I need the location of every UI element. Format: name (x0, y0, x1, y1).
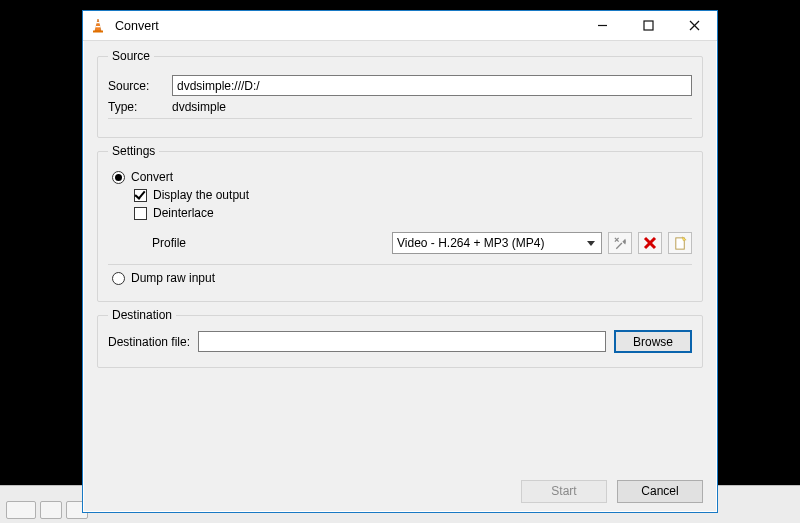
deinterlace-label: Deinterlace (153, 206, 214, 220)
svg-rect-2 (96, 26, 101, 27)
bg-tile (40, 501, 62, 519)
window-title: Convert (113, 19, 579, 33)
display-output-checkbox[interactable]: Display the output (134, 188, 692, 202)
source-label: Source: (108, 79, 164, 93)
vlc-cone-icon (83, 18, 113, 34)
divider (108, 264, 692, 265)
wrench-icon (613, 236, 628, 251)
maximize-button[interactable] (625, 11, 671, 41)
settings-group: Settings Convert Display the output Dein… (97, 144, 703, 302)
delete-profile-button[interactable] (638, 232, 662, 254)
chevron-down-icon (585, 237, 597, 249)
svg-rect-5 (644, 21, 653, 30)
source-group: Source Source: Type: dvdsimple (97, 49, 703, 138)
dump-raw-radio[interactable]: Dump raw input (112, 271, 692, 285)
profile-combobox[interactable]: Video - H.264 + MP3 (MP4) (392, 232, 602, 254)
cancel-button[interactable]: Cancel (617, 480, 703, 503)
cancel-button-label: Cancel (641, 484, 678, 498)
svg-marker-8 (587, 241, 595, 246)
start-button-label: Start (551, 484, 576, 498)
dump-raw-label: Dump raw input (131, 271, 215, 285)
checkbox-icon (134, 189, 147, 202)
checkbox-icon (134, 207, 147, 220)
svg-marker-0 (95, 19, 101, 31)
destination-file-label: Destination file: (108, 335, 190, 349)
profile-value: Video - H.264 + MP3 (MP4) (397, 236, 545, 250)
convert-radio-label: Convert (131, 170, 173, 184)
source-input[interactable] (172, 75, 692, 96)
browse-button-label: Browse (633, 335, 673, 349)
new-file-icon (673, 236, 688, 251)
radio-icon (112, 272, 125, 285)
source-legend: Source (108, 49, 154, 63)
titlebar: Convert (83, 11, 717, 41)
convert-dialog: Convert Source Source: Type: dvdsimple (82, 10, 718, 513)
edit-profile-button[interactable] (608, 232, 632, 254)
delete-x-icon (643, 236, 657, 250)
destination-group: Destination Destination file: Browse (97, 308, 703, 368)
bg-tile (6, 501, 36, 519)
profile-label: Profile (152, 236, 208, 250)
destination-legend: Destination (108, 308, 176, 322)
radio-icon (112, 171, 125, 184)
dialog-footer: Start Cancel (83, 470, 717, 512)
svg-rect-3 (93, 30, 103, 32)
svg-rect-1 (96, 22, 100, 23)
minimize-button[interactable] (579, 11, 625, 41)
browse-button[interactable]: Browse (614, 330, 692, 353)
destination-file-input[interactable] (198, 331, 606, 352)
divider (108, 118, 692, 119)
type-value: dvdsimple (172, 100, 226, 114)
start-button[interactable]: Start (521, 480, 607, 503)
deinterlace-checkbox[interactable]: Deinterlace (134, 206, 692, 220)
close-button[interactable] (671, 11, 717, 41)
type-label: Type: (108, 100, 164, 114)
convert-radio[interactable]: Convert (112, 170, 692, 184)
settings-legend: Settings (108, 144, 159, 158)
display-output-label: Display the output (153, 188, 249, 202)
new-profile-button[interactable] (668, 232, 692, 254)
